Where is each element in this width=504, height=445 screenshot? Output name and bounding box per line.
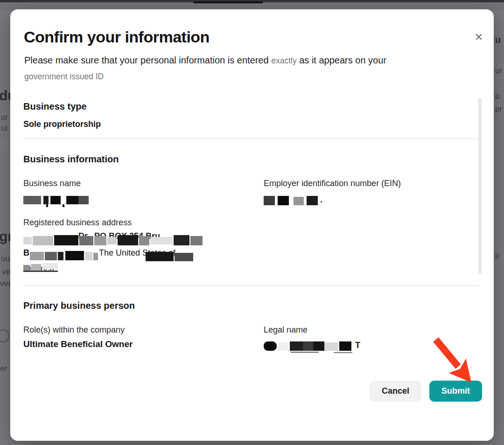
redaction-block bbox=[93, 253, 98, 260]
background-divider bbox=[0, 144, 10, 144]
subtitle-text: as it appears on your bbox=[297, 55, 386, 65]
address-fragment: B bbox=[23, 248, 29, 258]
redaction-block bbox=[23, 237, 32, 244]
role-label: Role(s) within the company bbox=[23, 325, 125, 335]
address-line-1-redacted: Dr., PO BOX 254 Bru bbox=[23, 231, 224, 246]
subtitle-line-2: government issued ID bbox=[24, 69, 458, 84]
redaction-block bbox=[66, 196, 78, 204]
redaction-block bbox=[63, 204, 64, 207]
redaction-block bbox=[278, 196, 289, 205]
business-information-heading: Business information bbox=[23, 154, 119, 165]
redaction-block bbox=[23, 271, 58, 272]
legal-name-trailing-mark: T bbox=[355, 341, 360, 350]
address-line-2-redacted: B The United States of bbox=[23, 247, 224, 262]
redaction-block bbox=[107, 237, 117, 244]
redaction-block bbox=[339, 341, 351, 351]
background-text-fragment: ou bbox=[1, 254, 10, 264]
redaction-block bbox=[46, 204, 48, 207]
redaction-block bbox=[79, 236, 93, 245]
redaction-block bbox=[58, 252, 63, 260]
background-text-fragment: ve bbox=[2, 267, 10, 277]
background-text-fragment: ur bbox=[495, 66, 502, 76]
dialog-subtitle: Please make sure that your personal info… bbox=[24, 52, 458, 84]
redaction-block bbox=[30, 252, 44, 260]
redaction-block bbox=[23, 265, 30, 271]
redaction-block bbox=[33, 236, 53, 245]
redaction-block bbox=[264, 341, 277, 351]
subtitle-emphasis: exactly bbox=[271, 56, 296, 65]
legal-name-label: Legal name bbox=[264, 325, 308, 335]
annotation-arrow-icon bbox=[420, 326, 481, 389]
redaction-block bbox=[334, 352, 352, 353]
redaction-block bbox=[294, 197, 304, 205]
redaction-block bbox=[43, 196, 49, 204]
screen: du or ut gr ou ve ver er u ur p. pr p Co… bbox=[0, 0, 504, 445]
redaction-block bbox=[150, 237, 173, 244]
redaction-block bbox=[303, 341, 313, 351]
redaction-block bbox=[54, 235, 78, 245]
ein-trailing-dot: . bbox=[320, 195, 322, 205]
ein-label: Employer identification number (EIN) bbox=[264, 179, 401, 188]
redaction-block bbox=[139, 236, 149, 245]
redaction-block bbox=[50, 196, 61, 204]
ein-value-redacted: . bbox=[264, 194, 334, 206]
subtitle-line-1: Please make sure that your personal info… bbox=[24, 52, 458, 69]
background-text-fragment: pr bbox=[495, 104, 502, 114]
redaction-block bbox=[174, 235, 189, 245]
submit-button[interactable]: Submit bbox=[429, 381, 482, 402]
redaction-block bbox=[146, 252, 174, 261]
business-type-heading: Business type bbox=[23, 101, 87, 112]
redaction-block bbox=[94, 236, 106, 245]
confirm-information-dialog: Confirm your information ✕ Please make s… bbox=[10, 9, 494, 441]
business-type-value: Sole proprietorship bbox=[23, 119, 101, 129]
redaction-block bbox=[42, 263, 58, 269]
redaction-block bbox=[264, 196, 275, 205]
redaction-block bbox=[31, 264, 41, 271]
redaction-block bbox=[85, 252, 92, 260]
redaction-block bbox=[291, 352, 319, 353]
business-name-label: Business name bbox=[23, 179, 81, 188]
primary-person-heading: Primary business person bbox=[23, 300, 135, 311]
subtitle-text: Please make sure that your personal info… bbox=[24, 55, 271, 65]
registered-address-label: Registered business address bbox=[23, 218, 132, 228]
background-progress-bar bbox=[194, 1, 263, 3]
background-text-fragment: p. bbox=[495, 91, 502, 101]
role-value: Ultimate Beneficial Owner bbox=[23, 339, 133, 349]
redaction-block bbox=[45, 252, 57, 260]
redaction-block bbox=[278, 342, 289, 351]
section-divider bbox=[23, 285, 479, 286]
redaction-block bbox=[118, 235, 138, 245]
background-text-fragment: ver bbox=[0, 279, 11, 288]
address-line-3-redacted: America bbox=[23, 263, 79, 276]
background-text-fragment: u bbox=[495, 35, 501, 45]
redaction-block bbox=[65, 251, 84, 260]
redaction-block bbox=[290, 341, 303, 351]
background-text-fragment: p bbox=[495, 251, 499, 260]
cancel-button[interactable]: Cancel bbox=[370, 381, 421, 402]
close-icon[interactable]: ✕ bbox=[469, 28, 488, 47]
redaction-block bbox=[23, 196, 41, 204]
redaction-block bbox=[307, 196, 318, 205]
legal-name-value-redacted: T bbox=[264, 341, 366, 354]
redaction-block bbox=[313, 341, 324, 351]
scrollbar-thumb[interactable] bbox=[478, 98, 482, 274]
redaction-block bbox=[324, 342, 338, 351]
redaction-block bbox=[190, 236, 203, 245]
background-text-fragment: or bbox=[1, 113, 8, 122]
dialog-title: Confirm your information bbox=[24, 28, 210, 46]
redaction-block bbox=[78, 196, 89, 204]
background-text-fragment: ut bbox=[1, 124, 7, 133]
background-text-fragment: er bbox=[0, 364, 7, 373]
section-divider bbox=[23, 139, 479, 139]
background-radio-circle bbox=[0, 329, 9, 342]
redaction-block bbox=[175, 253, 193, 261]
business-name-value-redacted bbox=[23, 192, 98, 206]
